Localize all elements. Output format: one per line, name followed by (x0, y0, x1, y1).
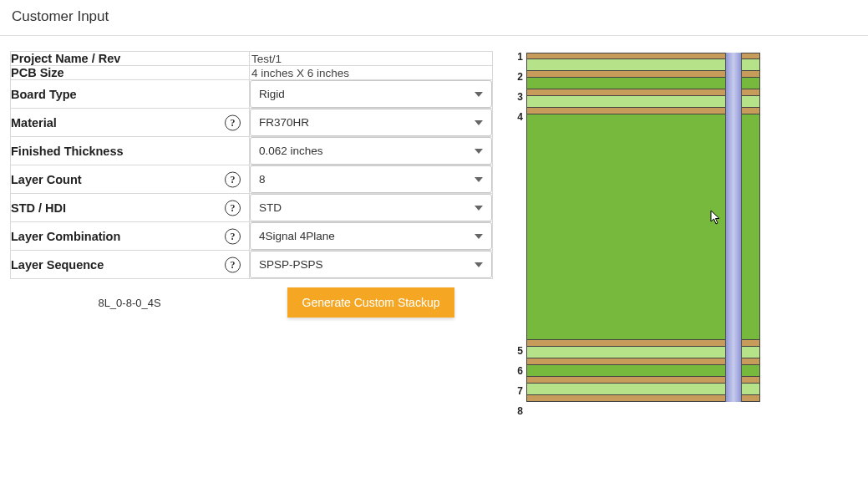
layer-number: 7 (511, 385, 523, 397)
form-footer: 8L_0-8-0_4S Generate Custom Stackup (10, 287, 493, 318)
page-title: Customer Input (0, 0, 868, 35)
select-board-type[interactable]: Rigid (250, 80, 492, 108)
help-icon[interactable]: ? (225, 171, 241, 187)
label-layer-combination: Layer Combination ? (11, 222, 250, 251)
layer-number: 3 (511, 91, 523, 103)
layer-number: 4 (511, 111, 523, 123)
help-icon[interactable]: ? (225, 114, 241, 130)
form-column: Project Name / Rev Test/1 PCB Size 4 inc… (10, 51, 493, 402)
help-icon[interactable]: ? (225, 257, 241, 272)
label-pcb-size: PCB Size (11, 66, 250, 80)
row-layer-count: Layer Count ? 8 (11, 165, 493, 194)
select-layer-sequence[interactable]: SPSP-PSPS (250, 251, 492, 278)
layer-number: 1 (511, 51, 523, 63)
customer-input-form: Project Name / Rev Test/1 PCB Size 4 inc… (10, 51, 493, 279)
label-std-hdi: STD / HDI ? (11, 194, 250, 222)
label-layer-count: Layer Count ? (11, 165, 250, 194)
help-icon[interactable]: ? (225, 200, 241, 216)
value-pcb-size: 4 inches X 6 inches (250, 66, 493, 80)
layer-number: 8 (511, 405, 523, 417)
row-finished-thickness: Finished Thickness 0.062 inches (11, 137, 493, 165)
row-board-type: Board Type Rigid (11, 80, 493, 109)
divider (0, 35, 868, 36)
stackup-diagram: 1 2 3 4 5 6 7 8 (526, 53, 785, 402)
select-layer-count[interactable]: 8 (250, 165, 492, 193)
select-finished-thickness[interactable]: 0.062 inches (250, 137, 492, 165)
select-layer-combination[interactable]: 4Signal 4Plane (250, 222, 492, 250)
value-project-name: Test/1 (250, 52, 493, 66)
row-layer-combination: Layer Combination ? 4Signal 4Plane (11, 222, 493, 251)
content-area: Project Name / Rev Test/1 PCB Size 4 inc… (0, 51, 868, 402)
row-pcb-size: PCB Size 4 inches X 6 inches (11, 66, 493, 80)
stackup-stack: 1 2 3 4 5 6 7 8 (526, 53, 760, 402)
diagram-column: 1 2 3 4 5 6 7 8 (526, 51, 794, 402)
label-board-type: Board Type (11, 80, 250, 109)
stackup-code: 8L_0-8-0_4S (10, 297, 249, 309)
layer-number: 2 (511, 71, 523, 83)
label-finished-thickness: Finished Thickness (11, 137, 250, 165)
help-icon[interactable]: ? (225, 228, 241, 244)
row-project-name: Project Name / Rev Test/1 (11, 52, 493, 66)
layer-number: 5 (511, 345, 523, 357)
label-project-name: Project Name / Rev (11, 52, 250, 66)
select-material[interactable]: FR370HR (250, 109, 492, 136)
select-std-hdi[interactable]: STD (250, 194, 492, 221)
generate-custom-stackup-button[interactable]: Generate Custom Stackup (287, 287, 455, 318)
row-std-hdi: STD / HDI ? STD (11, 194, 493, 222)
label-layer-sequence: Layer Sequence ? (11, 251, 250, 279)
layer-number: 6 (511, 365, 523, 377)
through-via (725, 53, 742, 402)
row-material: Material ? FR370HR (11, 109, 493, 137)
row-layer-sequence: Layer Sequence ? SPSP-PSPS (11, 251, 493, 279)
label-material: Material ? (11, 109, 250, 137)
